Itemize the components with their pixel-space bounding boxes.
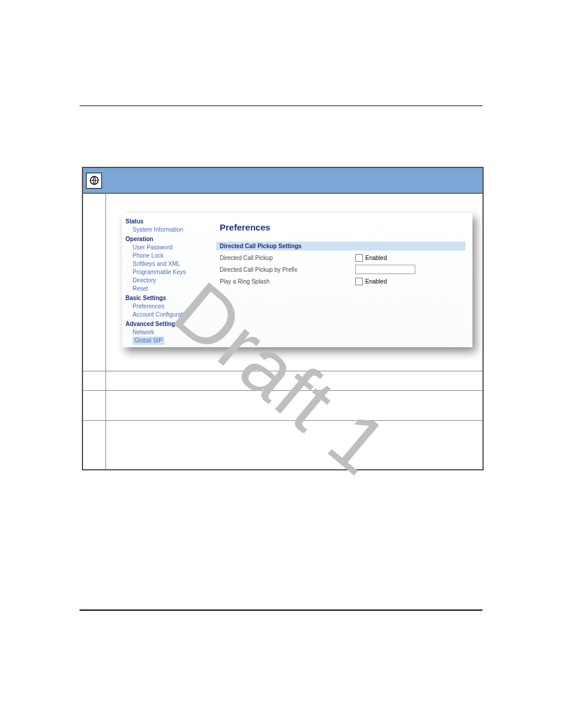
nav-item-global-sip[interactable]: Global SIP [133, 337, 164, 345]
nav-item-softkeys-and-xml[interactable]: Softkeys and XML [133, 260, 214, 268]
main-cell: Status System Information Operation User… [106, 194, 482, 371]
row-directed-call-pickup-prefix: Directed Call Pickup by Prefix [220, 265, 465, 274]
nav-header-basic-settings[interactable]: Basic Settings [125, 294, 214, 302]
checkbox-label-ring-splash: Enabled [365, 278, 387, 285]
instruction-cell-1 [106, 371, 482, 390]
label-dcp-prefix: Directed Call Pickup by Prefix [220, 266, 355, 273]
checkbox-label-dcp: Enabled [365, 255, 387, 261]
top-divider [80, 106, 482, 106]
nav-item-account-configuration[interactable]: Account Configuration [133, 311, 214, 319]
nav-item-system-information[interactable]: System Information [133, 226, 214, 234]
label-dcp: Directed Call Pickup [220, 255, 355, 261]
window-titlebar [83, 168, 482, 193]
nav-item-directory[interactable]: Directory [133, 276, 214, 285]
page-title: Preferences [220, 222, 465, 232]
bottom-divider [80, 610, 482, 611]
web-ui-card: Status System Information Operation User… [82, 167, 484, 470]
row-gutter [83, 421, 106, 469]
nav-item-reset[interactable]: Reset [133, 285, 214, 293]
instruction-cell-2 [106, 391, 482, 420]
nav-header-advanced-settings[interactable]: Advanced Settings [125, 320, 214, 328]
document-header-area [80, 83, 482, 100]
row-gutter [83, 371, 106, 390]
row-play-ring-splash: Play a Ring Splash Enabled [220, 276, 465, 286]
label-ring-splash: Play a Ring Splash [220, 278, 355, 285]
section-header: Directed Call Pickup Settings [216, 242, 465, 251]
globe-icon [86, 173, 102, 189]
nav-header-operation[interactable]: Operation [125, 235, 214, 243]
instruction-cell-3 [106, 421, 482, 469]
nav-header-status[interactable]: Status [125, 218, 214, 226]
preferences-content: Preferences Directed Call Pickup Setting… [216, 213, 472, 347]
nav-item-network[interactable]: Network [133, 328, 214, 337]
row-gutter [83, 391, 106, 420]
left-nav: Status System Information Operation User… [122, 213, 216, 347]
input-dcp-prefix[interactable] [355, 265, 415, 274]
checkbox-ring-splash[interactable] [355, 278, 363, 285]
nav-item-preferences[interactable]: Preferences [133, 302, 214, 311]
preferences-panel: Status System Information Operation User… [122, 213, 472, 347]
row-gutter [83, 194, 106, 371]
nav-item-phone-lock[interactable]: Phone Lock [133, 252, 214, 260]
checkbox-dcp-enabled[interactable] [355, 254, 363, 262]
row-directed-call-pickup: Directed Call Pickup Enabled [220, 253, 465, 262]
nav-item-user-password[interactable]: User Password [133, 243, 214, 252]
dcp-section: Directed Call Pickup Settings Directed C… [216, 242, 465, 286]
nav-item-programmable-keys[interactable]: Programmable Keys [133, 268, 214, 276]
